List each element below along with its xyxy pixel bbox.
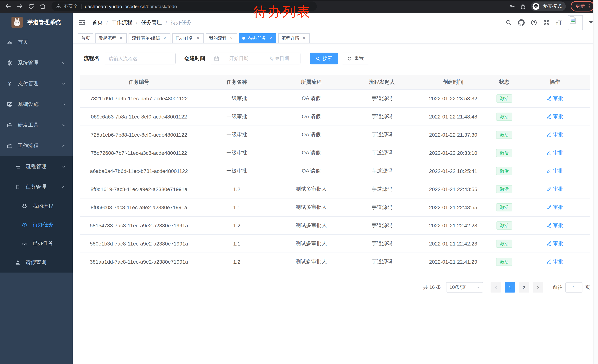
chevron-down-icon xyxy=(61,61,66,65)
approve-button[interactable]: 审批 xyxy=(546,240,563,247)
sidebar-item-done-tasks[interactable]: 已办任务 xyxy=(0,234,73,252)
browser-home-icon[interactable] xyxy=(39,3,46,10)
app-logo[interactable]: 芋道管理系统 xyxy=(0,13,73,32)
breadcrumb-workflow[interactable]: 工作流程 xyxy=(112,19,132,26)
task-starter: 芋道源码 xyxy=(372,168,392,174)
chevron-down-icon xyxy=(61,102,66,107)
col-created: 创建时间 xyxy=(417,75,489,89)
sidebar-item-task-management[interactable]: 任务管理 xyxy=(0,177,73,197)
task-id: 73211d9d-7b9b-11ec-b5b7-acde48001122 xyxy=(90,96,188,101)
tab-close-icon[interactable]: × xyxy=(196,36,200,40)
tab-close-icon[interactable]: × xyxy=(302,36,307,40)
sidebar-item-todo-tasks[interactable]: 待办任务 xyxy=(0,216,73,234)
help-icon[interactable] xyxy=(531,19,537,26)
tab-close-icon[interactable]: × xyxy=(229,36,234,40)
status-badge: 激活 xyxy=(496,221,512,230)
tag-view-bar: 首页 发起流程× 流程表单-编辑× 已办任务× 我的流程× 待办任务× 流程详情… xyxy=(73,32,598,44)
approve-button[interactable]: 审批 xyxy=(546,149,563,156)
task-id: 8f0d1619-7ac8-11ec-a9e2-a2380e71991a xyxy=(91,186,187,192)
tab-form-edit[interactable]: 流程表单-编辑× xyxy=(129,33,170,43)
github-icon[interactable] xyxy=(518,19,525,26)
page-button-1[interactable]: 1 xyxy=(505,282,515,292)
sidebar-item-payment[interactable]: ¥ 支付管理 xyxy=(0,73,73,94)
pencil-icon xyxy=(546,186,551,192)
sidebar-item-workflow[interactable]: 工作流程 xyxy=(0,136,73,156)
approve-button[interactable]: 审批 xyxy=(546,258,563,265)
approve-button[interactable]: 审批 xyxy=(546,168,563,174)
task-tree-icon xyxy=(15,184,21,190)
process-name-label: 流程名 xyxy=(84,55,99,62)
browser-forward-icon[interactable] xyxy=(16,3,23,10)
browser-back-icon[interactable] xyxy=(5,3,11,10)
table-row: 8f059c03-7ac8-11ec-a9e2-a2380e71991a 1.1… xyxy=(80,198,590,217)
sidebar-item-dev-tools[interactable]: 研发工具 xyxy=(0,115,73,136)
sidebar-toggle-icon[interactable] xyxy=(78,19,86,26)
table-row: 381aa1dd-7ac8-11ec-a9e2-a2380e71991a 1.2… xyxy=(80,253,590,271)
chevron-right-icon xyxy=(536,285,540,289)
caret-down-icon[interactable] xyxy=(589,21,593,24)
reset-button[interactable]: 重置 xyxy=(342,53,369,65)
page-unit-label: 页 xyxy=(585,284,590,291)
total-count: 共 16 条 xyxy=(423,284,441,291)
sidebar-item-infrastructure[interactable]: 基础设施 xyxy=(0,94,73,115)
browser-reload-icon[interactable] xyxy=(28,3,34,10)
status-badge: 激活 xyxy=(496,258,512,266)
tab-todo-tasks[interactable]: 待办任务× xyxy=(239,33,276,43)
table-header-row: 任务编号 任务名称 所属流程 流程发起人 创建时间 状态 操作 xyxy=(80,75,590,89)
tab-close-icon[interactable]: × xyxy=(119,36,123,40)
page-scrollbar[interactable] xyxy=(593,0,598,364)
goto-label: 前往 xyxy=(553,284,562,291)
task-id: 58154733-7ac8-11ec-a9e2-a2380e71991a xyxy=(90,223,188,228)
status-badge: 激活 xyxy=(496,240,512,248)
tab-home[interactable]: 首页 xyxy=(78,33,93,43)
url-path: /bpm/task/todo xyxy=(145,4,177,9)
sidebar-item-my-process[interactable]: 我的流程 xyxy=(0,197,73,216)
search-icon[interactable] xyxy=(505,19,512,26)
page-button-2[interactable]: 2 xyxy=(519,282,529,292)
approve-button[interactable]: 审批 xyxy=(546,204,563,210)
tab-process-detail[interactable]: 流程详情× xyxy=(278,33,310,43)
approve-button[interactable]: 审批 xyxy=(546,95,563,102)
next-page-button[interactable] xyxy=(533,282,543,292)
tab-my-process[interactable]: 我的流程× xyxy=(206,33,237,43)
approve-button[interactable]: 审批 xyxy=(546,113,563,120)
fullscreen-icon[interactable] xyxy=(543,19,550,26)
approve-button[interactable]: 审批 xyxy=(546,186,563,192)
task-starter: 芋道源码 xyxy=(372,204,392,210)
tab-done-tasks[interactable]: 已办任务× xyxy=(172,33,204,43)
bookmark-star-icon[interactable] xyxy=(520,3,526,9)
tab-start-process[interactable]: 发起流程× xyxy=(95,33,127,43)
pencil-icon xyxy=(546,223,551,228)
approve-button[interactable]: 审批 xyxy=(546,131,563,138)
key-icon[interactable] xyxy=(509,3,515,9)
process-name-input[interactable] xyxy=(104,53,176,65)
sidebar-item-home[interactable]: 首页 xyxy=(0,32,73,53)
task-starter: 芋道源码 xyxy=(372,131,392,138)
security-label: 不安全 xyxy=(63,3,78,10)
end-date-placeholder: 结束日期 xyxy=(263,55,296,62)
sidebar-item-system[interactable]: 系统管理 xyxy=(0,53,73,73)
chevron-down-icon xyxy=(61,164,66,169)
search-button[interactable]: 搜索 xyxy=(310,53,338,65)
breadcrumb-home[interactable]: 首页 xyxy=(92,19,103,26)
pencil-icon xyxy=(546,168,551,173)
avatar[interactable] xyxy=(568,15,583,30)
tab-close-icon[interactable]: × xyxy=(268,36,273,40)
navbar: 首页 / 工作流程 / 任务管理 / 待办任务 TT xyxy=(73,13,598,32)
pencil-icon xyxy=(546,114,551,119)
tab-close-icon[interactable]: × xyxy=(162,36,167,40)
breadcrumb-task-management[interactable]: 任务管理 xyxy=(141,19,162,26)
sidebar-item-process-management[interactable]: 流程管理 xyxy=(0,156,73,177)
goto-page-input[interactable] xyxy=(565,282,582,292)
task-starter: 芋道源码 xyxy=(372,222,392,228)
task-created-time: 2022-01-21 22:43:55 xyxy=(429,204,477,210)
date-range-picker[interactable]: 开始日期 - 结束日期 xyxy=(210,53,300,65)
prev-page-button[interactable] xyxy=(490,282,501,292)
browser-menu-kebab-icon[interactable] xyxy=(587,3,592,9)
approve-button[interactable]: 审批 xyxy=(546,222,563,229)
task-name: 1.2 xyxy=(233,259,241,265)
page-size-select[interactable]: 10条/页 xyxy=(446,282,483,292)
browser-update-button[interactable]: 更新 xyxy=(571,1,594,11)
sidebar-item-leave-query[interactable]: 请假查询 xyxy=(0,252,73,273)
font-size-icon[interactable]: TT xyxy=(556,19,562,26)
